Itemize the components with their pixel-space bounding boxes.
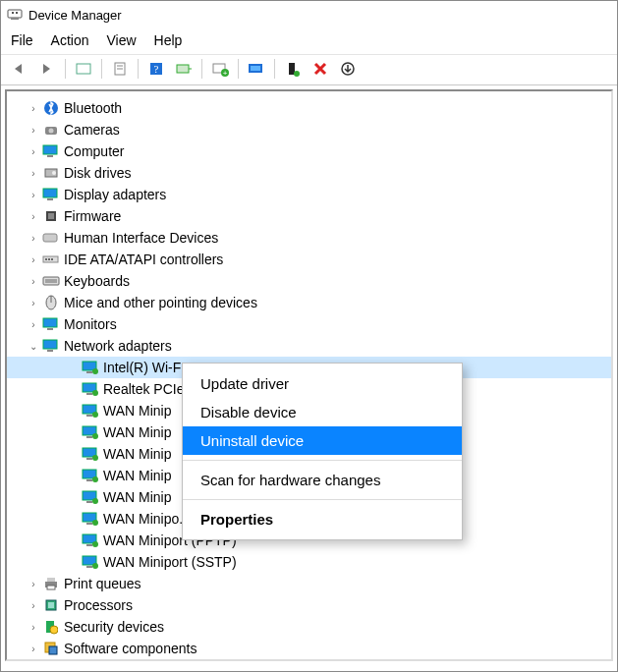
tree-device-label: Realtek PCIe	[103, 381, 184, 397]
svg-rect-42	[43, 340, 57, 349]
svg-rect-23	[47, 155, 53, 157]
chevron-right-icon[interactable]: ›	[27, 168, 40, 179]
show-hidden-button[interactable]	[71, 57, 96, 81]
tree-category-label: Processors	[64, 597, 133, 613]
svg-rect-1	[12, 12, 14, 14]
svg-rect-0	[8, 10, 22, 18]
svg-rect-51	[86, 415, 92, 417]
chevron-right-icon[interactable]: ›	[27, 319, 40, 330]
chevron-right-icon[interactable]: ›	[27, 125, 40, 136]
svg-rect-35	[43, 277, 59, 285]
chevron-down-icon[interactable]: ⌄	[27, 341, 40, 352]
tree-category[interactable]: ›Bluetooth	[7, 97, 611, 119]
tree-category[interactable]: ›Monitors	[7, 313, 611, 335]
tree-category-label: Disk drives	[64, 165, 131, 181]
chevron-right-icon[interactable]: ›	[27, 600, 40, 611]
scan-down-button[interactable]	[335, 57, 361, 81]
context-menu-item[interactable]: Scan for hardware changes	[183, 466, 462, 494]
context-menu-item[interactable]: Properties	[183, 505, 462, 533]
hid-icon	[42, 230, 60, 246]
tree-category[interactable]: ›Security devices	[7, 616, 611, 638]
back-button[interactable]	[7, 57, 32, 81]
svg-point-58	[92, 455, 98, 461]
chevron-right-icon[interactable]: ›	[27, 644, 40, 654]
tree-category[interactable]: ›Mice and other pointing devices	[7, 292, 611, 313]
context-menu-item[interactable]: Update driver	[183, 369, 462, 398]
remove-device-button[interactable]	[308, 57, 333, 81]
chevron-right-icon[interactable]: ›	[27, 579, 40, 589]
tree-category-label: Security devices	[64, 619, 164, 635]
menu-file[interactable]: File	[11, 32, 33, 48]
tree-category-label: Display adapters	[64, 187, 166, 202]
tree-device-label: WAN Minip	[103, 403, 172, 419]
chevron-right-icon[interactable]: ›	[27, 233, 40, 244]
add-legacy-button[interactable]: +	[207, 57, 233, 81]
tree-category[interactable]: ›Cameras	[7, 119, 611, 140]
svg-point-49	[92, 390, 98, 396]
net-adapter-icon	[82, 468, 99, 483]
net-adapter-icon	[82, 381, 99, 397]
toolbar-sep	[238, 59, 239, 79]
svg-rect-27	[47, 198, 53, 200]
toolbar-sep	[65, 59, 66, 79]
chevron-right-icon[interactable]: ›	[27, 298, 40, 308]
context-menu-item[interactable]: Uninstall device	[183, 426, 462, 455]
svg-rect-32	[45, 258, 47, 260]
menu-help[interactable]: Help	[154, 32, 183, 48]
svg-rect-43	[47, 350, 53, 352]
tree-category[interactable]: ›Disk drives	[7, 162, 611, 184]
tree-category-label: Keyboards	[64, 273, 130, 289]
tree-category[interactable]: ⌄Network adapters	[7, 335, 611, 357]
svg-point-80	[50, 626, 58, 634]
update-driver-button[interactable]	[171, 57, 197, 81]
menu-view[interactable]: View	[106, 32, 136, 48]
tree-category[interactable]: ›Firmware	[7, 205, 611, 227]
monitor-icon	[42, 187, 60, 202]
svg-rect-60	[86, 479, 92, 481]
chevron-right-icon[interactable]: ›	[27, 146, 40, 157]
toolbar-sep	[201, 59, 202, 79]
tree-category-label: Bluetooth	[64, 100, 122, 116]
tree-category[interactable]: ›Human Interface Devices	[7, 227, 611, 249]
net-adapter-icon	[82, 554, 99, 570]
tree-category[interactable]: ›Computer	[7, 140, 611, 162]
chevron-right-icon[interactable]: ›	[27, 211, 40, 222]
chevron-right-icon[interactable]: ›	[27, 254, 40, 265]
chevron-right-icon[interactable]: ›	[27, 190, 40, 200]
toolbar-sep	[138, 59, 139, 79]
context-menu-item[interactable]: Disable device	[183, 398, 462, 426]
net-adapter-icon	[82, 403, 99, 419]
svg-rect-15	[251, 66, 260, 71]
tree-device-label: WAN Minip	[103, 424, 172, 440]
menu-action[interactable]: Action	[51, 32, 89, 48]
toolbar-sep	[101, 59, 102, 79]
svg-rect-41	[47, 328, 53, 330]
context-menu-separator	[183, 460, 462, 461]
net-adapter-icon	[82, 446, 99, 462]
tree-category[interactable]: ›Keyboards	[7, 270, 611, 292]
ide-icon	[42, 252, 60, 267]
svg-text:?: ?	[154, 63, 159, 75]
svg-point-17	[294, 71, 300, 77]
app-icon	[7, 7, 23, 23]
net-adapter-icon	[82, 532, 99, 548]
enable-device-button[interactable]	[280, 57, 306, 81]
disk-icon	[42, 165, 60, 181]
help-button[interactable]: ?	[143, 57, 169, 81]
tree-category[interactable]: ›Print queues	[7, 573, 611, 594]
svg-point-70	[92, 541, 98, 547]
chevron-right-icon[interactable]: ›	[27, 276, 40, 287]
tree-device[interactable]: WAN Miniport (SSTP)	[7, 551, 611, 573]
properties-button[interactable]	[107, 57, 133, 81]
scan-hardware-button[interactable]	[244, 57, 269, 81]
chevron-right-icon[interactable]: ›	[27, 622, 40, 633]
svg-rect-29	[48, 213, 54, 219]
tree-category[interactable]: ›IDE ATA/ATAPI controllers	[7, 249, 611, 270]
chevron-right-icon[interactable]: ›	[27, 103, 40, 114]
mouse-icon	[42, 295, 60, 310]
tree-category[interactable]: ›Processors	[7, 594, 611, 616]
forward-button[interactable]	[34, 57, 60, 81]
tree-category[interactable]: ›Software components	[7, 638, 611, 659]
svg-rect-78	[48, 602, 54, 608]
tree-category[interactable]: ›Display adapters	[7, 184, 611, 205]
